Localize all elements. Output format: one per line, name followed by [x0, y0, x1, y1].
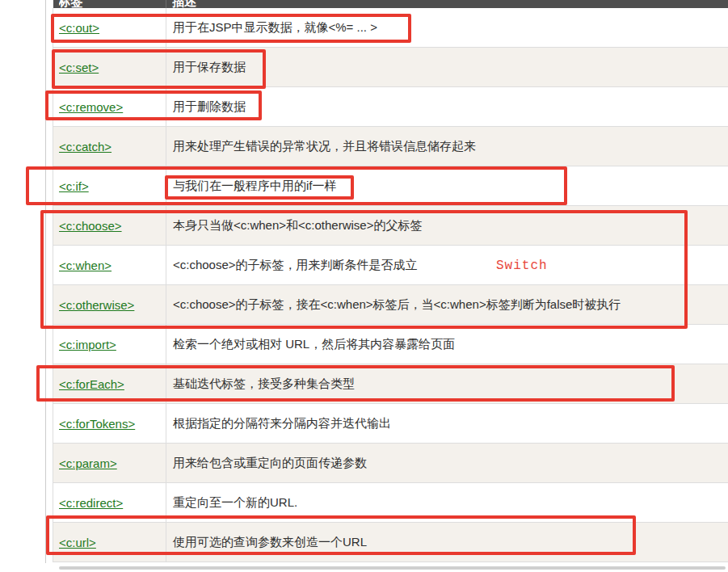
table-row: <c:param> 用来给包含或重定向的页面传递参数 [53, 444, 728, 483]
header-tag-label: 标签 [59, 0, 83, 7]
annotation-box-set-row-box [52, 49, 266, 89]
tag-description: 检索一个绝对或相对 URL，然后将其内容暴露给页面 [166, 325, 728, 364]
tag-description: 用来处理产生错误的异常状况，并且将错误信息储存起来 [166, 127, 728, 166]
tag-link[interactable]: <c:param> [59, 456, 117, 470]
table-row: <c:forTokens> 根据指定的分隔符来分隔内容并迭代输出 [53, 404, 728, 444]
tag-cell: <c:import> [53, 325, 166, 364]
table-row: <c:import> 检索一个绝对或相对 URL，然后将其内容暴露给页面 [53, 325, 728, 364]
switch-annotation-label: Switch [496, 259, 548, 273]
tag-cell: <c:param> [53, 444, 166, 483]
table-header-row: 标签 描述 [53, 0, 728, 8]
annotation-box-remove-row-box [45, 90, 262, 120]
header-tag-column: 标签 [53, 0, 166, 8]
header-desc-column: 描述 [166, 0, 728, 8]
tag-cell: <c:forTokens> [53, 404, 166, 444]
header-desc-label: 描述 [172, 0, 196, 7]
tag-cell: <c:catch> [53, 127, 166, 166]
annotation-box-foreach-row-box [36, 365, 675, 402]
annotation-box-url-row-box [46, 515, 636, 555]
table-row: <c:catch> 用来处理产生错误的异常状况，并且将错误信息储存起来 [53, 127, 728, 166]
tag-description: 根据指定的分隔符来分隔内容并迭代输出 [166, 404, 728, 444]
tag-description: 用来给包含或重定向的页面传递参数 [166, 444, 728, 483]
tag-link[interactable]: <c:catch> [59, 140, 112, 154]
annotation-box-out-row-box [51, 14, 411, 43]
annotation-box-choose-group-box [40, 210, 688, 329]
annotation-box-if-text-box [165, 175, 354, 200]
tag-link[interactable]: <c:redirect> [59, 496, 123, 510]
tag-link[interactable]: <c:import> [59, 338, 116, 351]
bottom-divider-bar [59, 566, 726, 570]
tag-link[interactable]: <c:forTokens> [59, 417, 135, 431]
